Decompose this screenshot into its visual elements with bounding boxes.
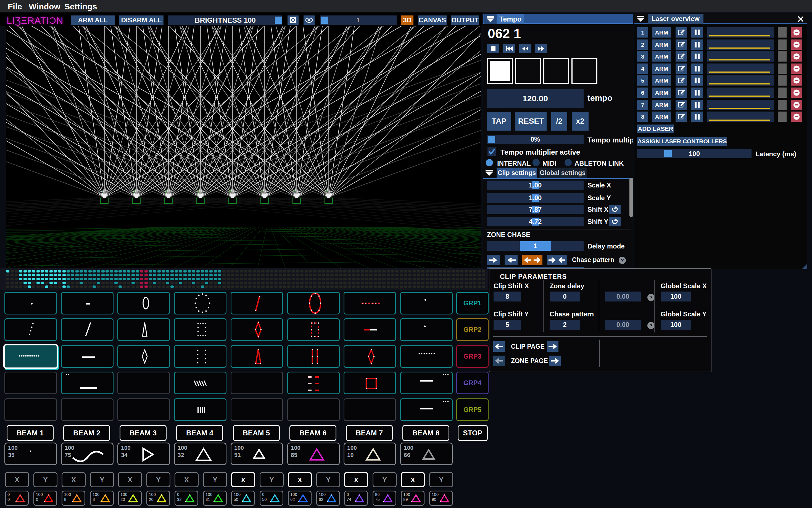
svg-text:?: ? [649, 295, 653, 300]
svg-text:4: 4 [197, 189, 199, 194]
svg-text:3: 3 [165, 189, 167, 194]
svg-text:6: 6 [261, 189, 263, 194]
svg-text:1: 1 [101, 189, 103, 194]
svg-text:5: 5 [229, 189, 232, 194]
svg-text:2: 2 [133, 189, 135, 194]
svg-text:?: ? [649, 323, 653, 329]
svg-text:8: 8 [325, 189, 328, 194]
svg-text:7: 7 [293, 189, 295, 194]
svg-text:?: ? [621, 258, 624, 263]
